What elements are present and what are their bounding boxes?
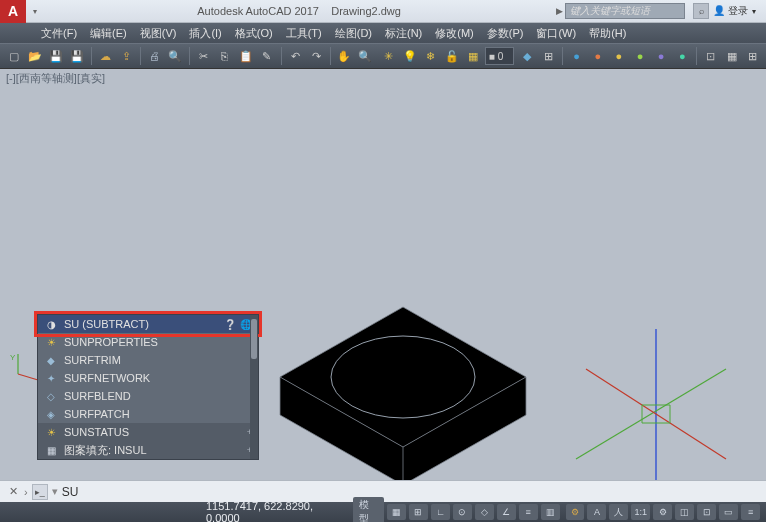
ws-icon[interactable]: ⚙ xyxy=(566,504,585,520)
circle6-icon[interactable]: ● xyxy=(673,46,692,66)
menu-tools[interactable]: 工具(T) xyxy=(280,24,328,43)
sun-icon: ☀ xyxy=(44,335,58,349)
save-icon[interactable]: 💾 xyxy=(46,46,65,66)
tool-a-icon[interactable]: ◆ xyxy=(518,46,537,66)
surf-icon: ◆ xyxy=(44,353,58,367)
scale-icon[interactable]: 1:1 xyxy=(631,504,650,520)
autocomplete-item[interactable]: ◈ SURFPATCH xyxy=(38,405,258,423)
new-icon[interactable]: ▢ xyxy=(4,46,23,66)
gear-icon[interactable]: ⚙ xyxy=(653,504,672,520)
grid-toggle-icon[interactable]: ▦ xyxy=(387,504,406,520)
autocomplete-item[interactable]: ☀ SUNSTATUS + xyxy=(38,423,258,441)
grid-icon[interactable]: ▦ xyxy=(722,46,741,66)
cut-icon[interactable]: ✂ xyxy=(194,46,213,66)
polar-toggle-icon[interactable]: ⊙ xyxy=(453,504,472,520)
circle4-icon[interactable]: ● xyxy=(630,46,649,66)
autocomplete-item[interactable]: ☀ SUNPROPERTIES xyxy=(38,333,258,351)
view-cube-axes[interactable] xyxy=(576,339,736,499)
menu-format[interactable]: 格式(O) xyxy=(229,24,279,43)
command-input[interactable] xyxy=(62,485,760,499)
menu-insert[interactable]: 插入(I) xyxy=(183,24,227,43)
undo-icon[interactable]: ↶ xyxy=(286,46,305,66)
popup-scrollbar[interactable] xyxy=(250,315,258,459)
lwt-toggle-icon[interactable]: ≡ xyxy=(519,504,538,520)
drawing-canvas[interactable]: [-][西南等轴测][真实] Y xyxy=(0,69,766,502)
tool-b-icon[interactable]: ⊞ xyxy=(539,46,558,66)
app-logo[interactable]: A xyxy=(0,0,26,23)
autocomplete-item-selected[interactable]: ◑ SU (SUBTRACT) ❔ 🌐 xyxy=(38,315,258,333)
surf-icon: ◈ xyxy=(44,407,58,421)
osnap-toggle-icon[interactable]: ◇ xyxy=(475,504,494,520)
circle3-icon[interactable]: ● xyxy=(609,46,628,66)
clean-icon[interactable]: ▭ xyxy=(719,504,738,520)
circle5-icon[interactable]: ● xyxy=(652,46,671,66)
layer-icon[interactable]: ✳ xyxy=(379,46,398,66)
pan-icon[interactable]: ✋ xyxy=(335,46,354,66)
menu-view[interactable]: 视图(V) xyxy=(134,24,183,43)
autocomplete-item[interactable]: ▦ 图案填充: INSUL + xyxy=(38,441,258,459)
menu-dim[interactable]: 标注(N) xyxy=(379,24,428,43)
app-menu-dropdown-icon[interactable]: ▾ xyxy=(28,0,42,23)
autocomplete-item[interactable]: ◆ SURFTRIM xyxy=(38,351,258,369)
close-icon[interactable]: ✕ xyxy=(6,485,20,499)
menu-help[interactable]: 帮助(H) xyxy=(583,24,632,43)
open-icon[interactable]: 📂 xyxy=(25,46,44,66)
model-space-button[interactable]: 模型 xyxy=(353,497,384,522)
lock-icon[interactable]: 🔓 xyxy=(442,46,461,66)
redo-icon[interactable]: ↷ xyxy=(307,46,326,66)
menu-file[interactable]: 文件(F) xyxy=(35,24,83,43)
circle1-icon[interactable]: ● xyxy=(567,46,586,66)
autocomplete-item[interactable]: ✦ SURFNETWORK xyxy=(38,369,258,387)
settings-icon[interactable]: ⊞ xyxy=(743,46,762,66)
iso-icon[interactable]: ◫ xyxy=(675,504,694,520)
search-input[interactable]: 键入关键字或短语 xyxy=(565,3,685,19)
layer-combo[interactable]: ■ 0 xyxy=(485,47,514,65)
coordinates-readout: 1151.7417, 622.8290, 0.0000 xyxy=(206,500,342,522)
surf-icon: ◇ xyxy=(44,389,58,403)
share-icon[interactable]: ⇪ xyxy=(117,46,136,66)
autocomplete-item[interactable]: ◇ SURFBLEND xyxy=(38,387,258,405)
infocenter-icon[interactable]: ⌕ xyxy=(693,3,709,19)
svg-text:Y: Y xyxy=(10,353,16,362)
bulb-icon[interactable]: 💡 xyxy=(400,46,419,66)
zoom-icon[interactable]: 🔍 xyxy=(356,46,375,66)
circle2-icon[interactable]: ● xyxy=(588,46,607,66)
hatch-icon: ▦ xyxy=(44,443,58,457)
scrollbar-thumb[interactable] xyxy=(251,319,257,359)
plot-icon[interactable]: 🖨 xyxy=(145,46,164,66)
viewport-label[interactable]: [-][西南等轴测][真实] xyxy=(6,71,105,86)
match-icon[interactable]: ✎ xyxy=(257,46,276,66)
annovis-icon[interactable]: 人 xyxy=(609,504,628,520)
title-text: Autodesk AutoCAD 2017 Drawing2.dwg xyxy=(42,5,556,17)
saveas-icon[interactable]: 💾 xyxy=(67,46,86,66)
search-arrow-icon: ▶ xyxy=(556,6,563,16)
login-button[interactable]: 👤 登录 xyxy=(713,4,748,18)
sun-icon: ☀ xyxy=(44,425,58,439)
trans-toggle-icon[interactable]: ▥ xyxy=(541,504,560,520)
help-icon[interactable]: ❔ xyxy=(224,319,236,330)
prompt-separator: ▾ xyxy=(52,485,58,498)
snap-toggle-icon[interactable]: ⊞ xyxy=(409,504,428,520)
nav-icon[interactable]: ⊡ xyxy=(701,46,720,66)
ortho-toggle-icon[interactable]: ∟ xyxy=(431,504,450,520)
copy-icon[interactable]: ⎘ xyxy=(215,46,234,66)
menu-edit[interactable]: 编辑(E) xyxy=(84,24,133,43)
annoscale-icon[interactable]: A xyxy=(587,504,606,520)
custom-icon[interactable]: ≡ xyxy=(741,504,760,520)
hw-icon[interactable]: ⊡ xyxy=(697,504,716,520)
preview-icon[interactable]: 🔍 xyxy=(166,46,185,66)
model-solid xyxy=(280,287,540,487)
menu-window[interactable]: 窗口(W) xyxy=(530,24,582,43)
menu-modify[interactable]: 修改(M) xyxy=(429,24,480,43)
login-dropdown-icon[interactable]: ▾ xyxy=(752,7,756,16)
paste-icon[interactable]: 📋 xyxy=(236,46,255,66)
layerprop-icon[interactable]: ▦ xyxy=(464,46,483,66)
otrack-toggle-icon[interactable]: ∠ xyxy=(497,504,516,520)
menu-draw[interactable]: 绘图(D) xyxy=(329,24,378,43)
freeze-icon[interactable]: ❄ xyxy=(421,46,440,66)
menu-param[interactable]: 参数(P) xyxy=(481,24,530,43)
cloud-icon[interactable]: ☁ xyxy=(96,46,115,66)
command-prompt-icon[interactable]: ▸_ xyxy=(32,484,48,500)
chevron-right-icon: › xyxy=(24,486,28,498)
status-bar: 1151.7417, 622.8290, 0.0000 模型 ▦ ⊞ ∟ ⊙ ◇… xyxy=(0,502,766,522)
